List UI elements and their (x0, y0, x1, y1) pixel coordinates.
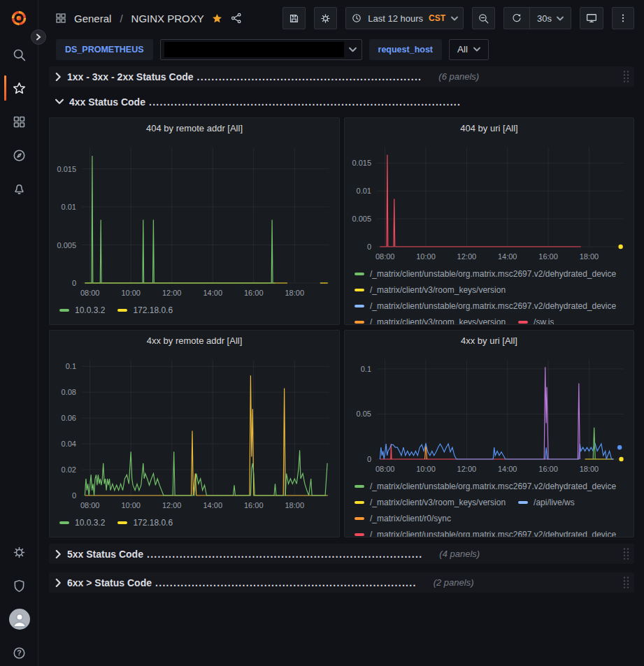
row-title-leader: ........................................… (147, 549, 422, 560)
sidebar-item-profile[interactable] (0, 602, 38, 636)
svg-text:10:00: 10:00 (121, 289, 141, 297)
legend-swatch (355, 305, 364, 307)
time-range-picker[interactable]: Last 12 hours CST (345, 7, 464, 29)
panel-title[interactable]: 404 by remote addr [All] (50, 118, 339, 138)
row-drag-handle[interactable] (622, 70, 630, 83)
row-header-5xx[interactable]: 5xx Status Code ........................… (49, 544, 634, 564)
sidebar-item-explore[interactable] (0, 138, 38, 172)
svg-text:12:00: 12:00 (457, 465, 477, 473)
legend-item[interactable]: 10.0.3.2 (59, 302, 105, 318)
svg-text:14:00: 14:00 (498, 252, 517, 261)
legend-item[interactable]: 172.18.0.6 (117, 514, 173, 530)
row-title-leader: ........................................… (149, 96, 461, 108)
legend-item[interactable]: 10.0.3.2 (59, 514, 105, 530)
legend-item[interactable]: /_matrix/client/v3/room_keys/version (355, 314, 506, 324)
timeseries-chart-404-by-uri[interactable]: 08:0010:0012:0014:0016:0018:0000.0050.01… (345, 138, 634, 263)
svg-text:0.1: 0.1 (361, 365, 371, 373)
row-header-4xx[interactable]: 4xx Status Code ........................… (49, 93, 634, 110)
row-title: 6xx > Status Code (67, 577, 152, 588)
refresh-picker: 30s (503, 7, 571, 29)
save-dashboard-button[interactable] (282, 7, 306, 29)
chevron-right-icon (55, 73, 62, 81)
share-button[interactable] (230, 12, 243, 24)
sidebar-item-dashboards[interactable] (0, 105, 38, 138)
star-filled-icon (211, 13, 223, 24)
main-area: General / NGINX PROXY La (38, 0, 644, 666)
timeseries-chart-404-by-remote-addr[interactable]: 08:0010:0012:0014:0016:0018:0000.0050.01… (50, 138, 339, 300)
svg-text:0.08: 0.08 (62, 388, 76, 396)
svg-text:16:00: 16:00 (538, 252, 558, 261)
legend-item[interactable]: /_matrix/client/unstable/org.matrix.msc2… (355, 526, 616, 537)
variables-row: DS_PROMETHEUS request_host All (38, 36, 644, 66)
svg-text:0: 0 (72, 491, 76, 500)
refresh-interval-dropdown[interactable]: 30s (529, 8, 571, 29)
row-drag-handle[interactable] (622, 547, 630, 560)
caret-down-icon (451, 16, 458, 21)
svg-text:16:00: 16:00 (244, 289, 264, 297)
row-header-1xx-3xx-2xx[interactable]: 1xx - 3xx - 2xx Status Code ............… (49, 66, 634, 87)
legend-item[interactable]: /_matrix/client/r0/sync (355, 510, 451, 526)
legend-item[interactable]: /api/live/ws (518, 494, 575, 510)
legend-swatch (518, 501, 528, 504)
sidebar-item-server-admin[interactable] (0, 569, 38, 602)
panel-title[interactable]: 4xx by uri [All] (345, 331, 634, 350)
sidebar-item-alerting[interactable] (0, 172, 38, 205)
svg-text:0.02: 0.02 (62, 465, 76, 474)
legend-swatch (355, 533, 364, 536)
svg-text:10:00: 10:00 (416, 252, 436, 261)
svg-text:0.06: 0.06 (62, 414, 76, 422)
grafana-flame-icon (10, 9, 28, 27)
svg-text:0.05: 0.05 (357, 410, 371, 418)
legend-swatch (355, 501, 364, 504)
legend-label: /sw.js (534, 317, 554, 325)
legend-item[interactable]: /_matrix/client/unstable/org.matrix.msc2… (355, 478, 616, 494)
timeseries-chart-4xx-by-uri[interactable]: 08:0010:0012:0014:0016:0018:0000.050.1 (345, 350, 634, 476)
legend-item[interactable]: /sw.js (518, 314, 554, 324)
row-header-6xx[interactable]: 6xx > Status Code ......................… (49, 572, 634, 593)
legend-item[interactable]: /_matrix/client/v3/room_keys/version (355, 282, 506, 298)
explore-compass-icon (12, 148, 27, 163)
person-icon (9, 609, 30, 630)
sidebar-expand-button[interactable] (31, 29, 46, 45)
panel-title[interactable]: 4xx by remote addr [All] (50, 331, 339, 350)
legend-label: /_matrix/client/unstable/org.matrix.msc2… (370, 301, 616, 311)
request-host-variable-label[interactable]: request_host (369, 39, 443, 60)
legend-item[interactable]: 172.18.0.6 (117, 302, 173, 318)
settings-gear-icon (12, 545, 27, 560)
timeseries-chart-4xx-by-remote-addr[interactable]: 08:0010:0012:0014:0016:0018:0000.020.040… (50, 350, 339, 512)
caret-down-icon (557, 16, 564, 21)
breadcrumb-divider: / (120, 13, 122, 24)
row-drag-handle[interactable] (622, 576, 630, 589)
request-host-select[interactable]: All (449, 39, 489, 60)
panel-title[interactable]: 404 by uri [All] (345, 118, 634, 138)
svg-text:0.01: 0.01 (357, 187, 371, 195)
legend-label: 10.0.3.2 (75, 518, 105, 528)
grafana-logo[interactable] (0, 0, 38, 36)
sidebar-item-configuration[interactable] (0, 535, 38, 569)
svg-text:0.005: 0.005 (352, 215, 371, 223)
legend-label: /_matrix/client/unstable/org.matrix.msc2… (370, 530, 616, 537)
cycle-view-mode-button[interactable] (580, 7, 603, 29)
dashboard-settings-button[interactable] (314, 7, 337, 29)
refresh-button[interactable] (504, 8, 529, 29)
breadcrumb-folder[interactable]: General (74, 13, 111, 24)
sidebar-item-starred[interactable] (0, 71, 38, 105)
svg-text:14:00: 14:00 (498, 465, 517, 473)
breadcrumb-dashboard-title[interactable]: NGINX PROXY (131, 13, 204, 24)
datasource-variable-label[interactable]: DS_PROMETHEUS (56, 39, 153, 60)
zoom-out-button[interactable] (472, 7, 495, 29)
legend-label: /_matrix/client/v3/room_keys/version (370, 498, 506, 507)
chart-legend: /_matrix/client/unstable/org.matrix.msc2… (345, 476, 634, 537)
svg-text:18:00: 18:00 (580, 252, 599, 261)
share-alt-icon (230, 12, 243, 24)
legend-item[interactable]: /_matrix/client/unstable/org.matrix.msc2… (355, 266, 616, 282)
legend-item[interactable]: /_matrix/client/v3/room_keys/version (355, 494, 506, 510)
favorite-star-button[interactable] (211, 13, 223, 24)
datasource-select[interactable] (160, 39, 362, 60)
sidebar-item-help[interactable]: ? (0, 636, 38, 666)
legend-item[interactable]: /_matrix/client/unstable/org.matrix.msc2… (355, 298, 616, 314)
more-options-kebab-button[interactable] (612, 7, 634, 29)
monitor-icon (585, 12, 598, 24)
legend-label: /_matrix/client/r0/sync (370, 514, 451, 523)
svg-text:18:00: 18:00 (285, 501, 304, 509)
